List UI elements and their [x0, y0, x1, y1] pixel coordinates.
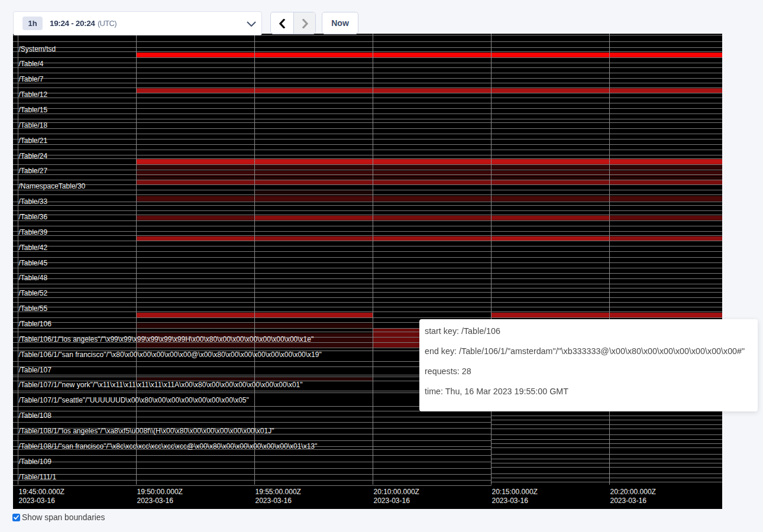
svg-text:19:50:00.000Z: 19:50:00.000Z	[137, 488, 183, 496]
svg-text:/Table/107/1/"new york"/"\x11\: /Table/107/1/"new york"/"\x11\x11\x11\x1…	[19, 381, 303, 389]
svg-text:/Table/7: /Table/7	[19, 75, 44, 83]
svg-text:2023-03-16: 2023-03-16	[610, 497, 647, 505]
svg-text:/Table/42: /Table/42	[19, 244, 48, 252]
svg-text:/Table/39: /Table/39	[19, 228, 48, 236]
svg-text:/NamespaceTable/30: /NamespaceTable/30	[19, 182, 86, 190]
svg-text:/Table/33: /Table/33	[19, 197, 48, 206]
svg-text:/System/tsd: /System/tsd	[19, 45, 56, 53]
svg-text:/Table/108: /Table/108	[19, 411, 52, 420]
svg-text:/Table/21: /Table/21	[19, 137, 48, 145]
svg-text:20:10:00.000Z: 20:10:00.000Z	[374, 488, 419, 496]
svg-text:2023-03-16: 2023-03-16	[137, 497, 174, 505]
svg-text:/Table/107: /Table/107	[19, 366, 52, 374]
svg-text:/Table/18: /Table/18	[19, 121, 48, 129]
svg-text:20:20:00.000Z: 20:20:00.000Z	[610, 488, 656, 496]
svg-text:/Table/111/1: /Table/111/1	[19, 473, 57, 481]
svg-text:20:15:00.000Z: 20:15:00.000Z	[492, 488, 538, 496]
svg-text:2023-03-16: 2023-03-16	[374, 497, 410, 505]
svg-text:2023-03-16: 2023-03-16	[19, 497, 56, 505]
svg-text:/Table/52: /Table/52	[19, 289, 48, 297]
svg-text:19:45:00.000Z: 19:45:00.000Z	[19, 488, 64, 496]
svg-text:/Table/48: /Table/48	[19, 274, 48, 282]
svg-text:/Table/15: /Table/15	[19, 106, 48, 114]
svg-text:/Table/109: /Table/109	[19, 458, 52, 466]
svg-text:/Table/45: /Table/45	[19, 259, 48, 267]
svg-text:/Table/108/1/"los angeles"/"\x: /Table/108/1/"los angeles"/"\xa8\xf5\u00…	[19, 427, 274, 435]
svg-text:/Table/27: /Table/27	[19, 167, 48, 175]
svg-text:/Table/106/1/"san francisco"/": /Table/106/1/"san francisco"/"\x80\x00\x…	[19, 351, 322, 359]
svg-text:2023-03-16: 2023-03-16	[492, 497, 529, 505]
svg-text:/Table/106/1/"los angeles"/"\x: /Table/106/1/"los angeles"/"\x99\x99\x99…	[19, 335, 314, 343]
svg-text:/Table/24: /Table/24	[19, 152, 48, 160]
svg-text:/Table/108/1/"san francisco"/": /Table/108/1/"san francisco"/"\x8c\xcc\x…	[19, 442, 318, 450]
svg-text:/Table/106: /Table/106	[19, 320, 52, 328]
svg-text:/Table/107/1/"seattle"/"UUUUUU: /Table/107/1/"seattle"/"UUUUUUD\x00\x80\…	[19, 396, 249, 404]
svg-text:2023-03-16: 2023-03-16	[256, 497, 292, 505]
svg-text:/Table/36: /Table/36	[19, 213, 48, 221]
svg-text:/Table/12: /Table/12	[19, 90, 48, 99]
svg-text:19:55:00.000Z: 19:55:00.000Z	[256, 488, 301, 496]
svg-text:/Table/4: /Table/4	[19, 60, 44, 68]
svg-text:/Table/55: /Table/55	[19, 304, 48, 313]
